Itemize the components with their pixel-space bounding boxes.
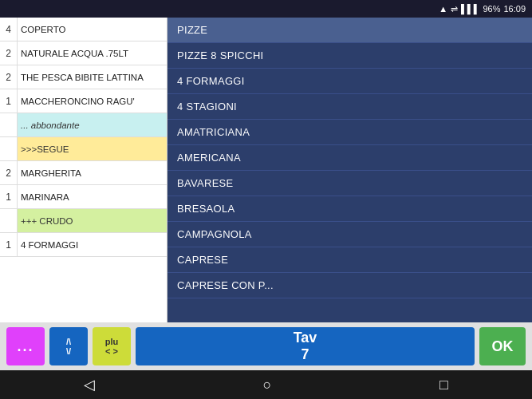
order-qty: 2 xyxy=(0,65,18,89)
list-item[interactable]: CAMPAGNOLA xyxy=(167,222,532,247)
order-qty: 1 xyxy=(0,89,18,113)
wifi-icon: ⇌ xyxy=(451,4,458,14)
order-item-name: COPERTO xyxy=(18,18,167,41)
order-qty: 2 xyxy=(0,41,18,65)
battery-level: 96% xyxy=(483,4,500,14)
tav-button[interactable]: Tav 7 xyxy=(136,327,475,365)
table-row[interactable]: 14 FORMAGGI xyxy=(0,233,167,257)
list-item[interactable]: CAPRESE xyxy=(167,247,532,273)
order-item-name: THE PESCA BIBITE LATTINA xyxy=(18,65,167,89)
list-item[interactable]: BAVARESE xyxy=(167,171,532,196)
plu-bottom: < > xyxy=(105,346,118,356)
tav-label: Tav xyxy=(294,330,317,346)
ok-button[interactable]: OK xyxy=(479,327,526,365)
back-button[interactable]: ◁ xyxy=(84,376,95,393)
network-signal: ▲ xyxy=(439,4,447,14)
signal-bars: ▌▌▌ xyxy=(461,4,479,14)
pizza-list: PIZZEPIZZE 8 SPICCHI4 FORMAGGI4 STAGIONI… xyxy=(167,18,532,322)
order-qty xyxy=(0,113,18,136)
order-qty: 1 xyxy=(0,185,18,208)
home-button[interactable]: ○ xyxy=(263,377,272,393)
table-row[interactable]: 4COPERTO xyxy=(0,18,167,41)
arrow-up-label: /\ xyxy=(66,337,71,346)
order-qty: 4 xyxy=(0,18,18,41)
order-item-name: MARINARA xyxy=(18,185,167,208)
list-item[interactable]: 4 FORMAGGI xyxy=(167,69,532,94)
table-row[interactable]: +++ CRUDO xyxy=(0,209,167,233)
list-item[interactable]: BRESAOLA xyxy=(167,196,532,222)
arrows-button[interactable]: /\ \/ xyxy=(49,327,88,365)
list-item[interactable]: CAPRESE CON P... xyxy=(167,273,532,298)
keyboard-area: ... /\ \/ plu < > Tav 7 OK xyxy=(0,322,532,370)
plu-button[interactable]: plu < > xyxy=(93,327,131,365)
status-bar: ▲ ⇌ ▌▌▌ 96% 16:09 xyxy=(0,0,532,18)
table-row[interactable]: ... abbondante xyxy=(0,113,167,137)
nav-bar: ◁ ○ □ xyxy=(0,370,532,399)
pizza-list-header: PIZZE xyxy=(167,18,532,43)
list-item[interactable]: 4 STAGIONI xyxy=(167,94,532,120)
order-list: 4COPERTO2NATURALE ACQUA .75LT2THE PESCA … xyxy=(0,18,167,322)
table-row[interactable]: 1MARINARA xyxy=(0,185,167,209)
arrow-down-label: \/ xyxy=(66,346,71,356)
list-item[interactable]: AMERICANA xyxy=(167,145,532,171)
order-item-name: +++ CRUDO xyxy=(18,209,167,232)
dots-button[interactable]: ... xyxy=(6,327,45,365)
order-qty: 2 xyxy=(0,161,18,184)
table-row[interactable]: 2MARGHERITA xyxy=(0,161,167,185)
table-row[interactable]: 2NATURALE ACQUA .75LT xyxy=(0,41,167,65)
order-item-name: MACCHERONCINO RAGU' xyxy=(18,89,167,113)
time: 16:09 xyxy=(503,4,526,14)
list-item[interactable]: PIZZE 8 SPICCHI xyxy=(167,43,532,69)
table-row[interactable]: 1MACCHERONCINO RAGU' xyxy=(0,89,167,113)
recent-button[interactable]: □ xyxy=(439,377,448,393)
order-item-name: ... abbondante xyxy=(18,113,167,136)
list-item[interactable]: AMATRICIANA xyxy=(167,120,532,145)
order-qty xyxy=(0,209,18,232)
order-qty xyxy=(0,137,18,160)
main-content: 4COPERTO2NATURALE ACQUA .75LT2THE PESCA … xyxy=(0,18,532,322)
table-row[interactable]: 2THE PESCA BIBITE LATTINA xyxy=(0,65,167,89)
order-item-name: NATURALE ACQUA .75LT xyxy=(18,41,167,65)
tav-number: 7 xyxy=(301,346,309,363)
table-row[interactable]: >>>SEGUE xyxy=(0,137,167,161)
order-item-name: >>>SEGUE xyxy=(18,137,167,160)
order-item-name: MARGHERITA xyxy=(18,161,167,184)
plu-top: plu xyxy=(105,337,119,346)
order-qty: 1 xyxy=(0,233,18,256)
order-item-name: 4 FORMAGGI xyxy=(18,233,167,256)
